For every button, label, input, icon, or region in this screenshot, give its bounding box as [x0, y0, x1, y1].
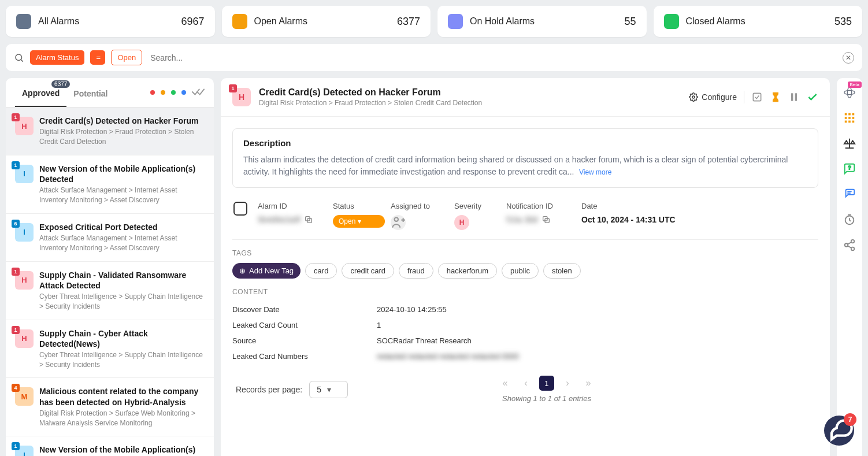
tag-pill[interactable]: fraud	[399, 263, 433, 279]
clock-icon[interactable]	[843, 213, 856, 226]
alarm-path: Attack Surface Management > Internet Ass…	[39, 233, 205, 253]
tag-pill[interactable]: public	[502, 263, 539, 279]
alarm-item[interactable]: 1 I New Version of the Mobile Applicatio…	[6, 436, 214, 456]
search-icon[interactable]	[14, 53, 24, 63]
add-tag-button[interactable]: ⊕ Add New Tag	[232, 263, 301, 279]
meta-label: Assigned to	[391, 202, 448, 210]
tab-approved[interactable]: Approved 6377	[15, 78, 66, 107]
assigned-avatar[interactable]	[391, 215, 406, 230]
alarm-path: Cyber Threat Intelligence > Supply Chain…	[39, 350, 205, 370]
svg-rect-22	[848, 121, 851, 123]
comments-icon[interactable]	[843, 188, 856, 201]
grid-icon[interactable]	[843, 112, 856, 124]
svg-point-28	[851, 240, 855, 243]
content-row: Discover Date 2024-10-10 14:25:55	[232, 302, 818, 317]
rpp-select[interactable]: 5 ▾	[309, 381, 348, 398]
severity-badge: 1 H	[15, 117, 34, 135]
square-icon	[448, 14, 463, 29]
pager-last-icon[interactable]: »	[581, 376, 596, 391]
filter-dot-orange[interactable]	[161, 90, 165, 95]
chat-fab[interactable]: 7	[824, 416, 854, 446]
notification-id-value: f10a 3b8	[506, 215, 538, 224]
content-value: 1	[377, 321, 381, 329]
hourglass-icon[interactable]	[770, 91, 781, 103]
tag-pill[interactable]: credit card	[342, 263, 394, 279]
alarm-item[interactable]: 4 M Malicious content related to the com…	[6, 378, 214, 436]
alarm-item[interactable]: 1 I New Version of the Mobile Applicatio…	[6, 155, 214, 214]
pause-icon[interactable]	[788, 91, 800, 103]
note-icon[interactable]	[751, 91, 763, 103]
svg-rect-15	[845, 113, 847, 116]
stat-card-closed[interactable]: Closed Alarms 535	[654, 6, 863, 37]
svg-point-30	[851, 247, 855, 251]
svg-rect-3	[753, 93, 761, 101]
tag-pill[interactable]: card	[305, 263, 337, 279]
meta-row: Alarm ID 5b4d6e2a9f Status Open▾ Assigne…	[232, 198, 818, 240]
alarm-item[interactable]: 6 I Exposed Critical Port Detected Attac…	[6, 214, 214, 262]
stat-label: Open Alarms	[254, 16, 307, 27]
content-key: Source	[232, 336, 377, 345]
description-card: Description This alarm indicates the det…	[232, 128, 818, 188]
tag-pill[interactable]: hackerforum	[438, 263, 497, 279]
meta-label: Status	[333, 202, 385, 210]
status-badge[interactable]: Open▾	[333, 215, 385, 228]
view-more-link[interactable]: View more	[579, 168, 611, 176]
filter-dot-blue[interactable]	[181, 90, 186, 95]
content-value: redacted redacted redacted redacted 0000	[377, 352, 519, 361]
stat-card-onhold[interactable]: On Hold Alarms 55	[437, 6, 647, 37]
detail-breadcrumb: Digital Risk Protection > Fraud Protecti…	[259, 99, 689, 107]
search-input[interactable]	[148, 51, 837, 65]
stat-card-all[interactable]: All Alarms 6967	[6, 6, 215, 37]
checkall-icon[interactable]	[192, 87, 205, 99]
alarm-item[interactable]: 1 H Credit Card(s) Detected on Hacker Fo…	[6, 107, 214, 155]
tags-row: ⊕ Add New Tag cardcredit cardfraudhacker…	[232, 263, 818, 279]
copy-icon[interactable]	[304, 215, 313, 224]
alarm-title: Supply Chain - Validated Ransomware Atta…	[39, 270, 205, 291]
help-chat-icon[interactable]: ?	[843, 162, 856, 175]
stats-row: All Alarms 6967 Open Alarms 6377 On Hold…	[6, 6, 862, 37]
scale-icon[interactable]	[843, 137, 856, 150]
filter-dot-red[interactable]	[150, 90, 155, 95]
check-icon[interactable]	[807, 91, 818, 103]
pager-current[interactable]: 1	[539, 376, 554, 391]
tab-label: Approved	[22, 88, 60, 98]
alarm-item[interactable]: 1 H Supply Chain - Validated Ransomware …	[6, 262, 214, 320]
filter-chip-operator[interactable]: =	[90, 50, 105, 65]
stat-card-open[interactable]: Open Alarms 6377	[222, 6, 431, 37]
pager-info: Showing 1 to 1 of 1 entries	[502, 394, 591, 403]
severity-count: 1	[229, 84, 237, 92]
alarm-list[interactable]: 1 H Credit Card(s) Detected on Hacker Fo…	[6, 107, 214, 456]
select-checkbox[interactable]	[233, 202, 247, 216]
square-icon	[232, 14, 247, 29]
svg-line-31	[848, 242, 851, 244]
alarm-title: New Version of the Mobile Application(s)…	[39, 164, 205, 184]
severity-badge: 1 H	[15, 329, 34, 348]
svg-rect-5	[795, 93, 797, 101]
clear-search-icon[interactable]: ✕	[843, 52, 854, 64]
content-key: Discover Date	[232, 305, 377, 314]
svg-rect-17	[852, 113, 855, 116]
tab-potential[interactable]: Potential	[66, 79, 114, 106]
filter-dot-green[interactable]	[171, 90, 176, 95]
alarm-item[interactable]: 1 H Supply Chain - Cyber Attack Detected…	[6, 320, 214, 379]
svg-line-1	[21, 60, 23, 61]
pager-prev-icon[interactable]: ‹	[518, 376, 533, 391]
ai-icon[interactable]: Beta	[843, 86, 856, 99]
share-icon[interactable]	[843, 239, 856, 251]
svg-rect-4	[791, 93, 793, 101]
alarm-path: Digital Risk Protection > Fraud Protecti…	[39, 127, 205, 147]
chevron-down-icon: ▾	[358, 217, 361, 225]
filter-chip-status[interactable]: Alarm Status	[30, 50, 84, 65]
content-row: Source SOCRadar Threat Research	[232, 333, 818, 349]
pager-next-icon[interactable]: ›	[560, 376, 575, 391]
filter-chip-value[interactable]: Open	[111, 50, 142, 65]
tags-section-label: TAGS	[232, 249, 818, 257]
configure-button[interactable]: Configure	[689, 92, 737, 102]
beta-badge: Beta	[848, 81, 862, 88]
tag-pill[interactable]: stolen	[543, 263, 581, 279]
alarm-title: Malicious content related to the company…	[39, 386, 205, 407]
svg-point-13	[844, 90, 855, 94]
pager-first-icon[interactable]: «	[498, 376, 513, 391]
alarm-id-value: 5b4d6e2a9f	[258, 215, 301, 224]
copy-icon[interactable]	[541, 215, 551, 224]
